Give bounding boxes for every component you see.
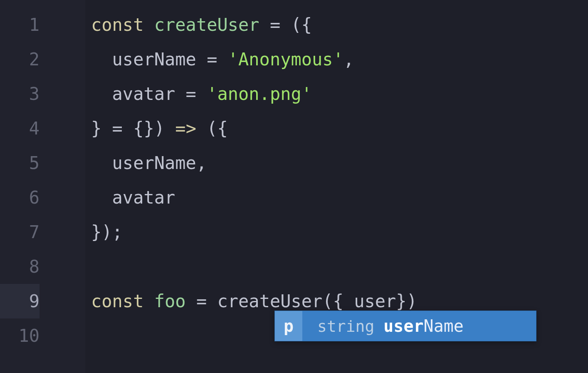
- prop-avatar: avatar: [112, 187, 175, 208]
- string-literal: 'Anonymous': [228, 49, 343, 70]
- suggestion-kind-icon: p: [275, 311, 302, 341]
- suggestion-type: string: [317, 317, 374, 336]
- param-userName: userName: [112, 49, 196, 70]
- line-number: 5: [0, 146, 40, 180]
- code-line[interactable]: userName,: [85, 146, 588, 180]
- code-line[interactable]: avatar: [85, 180, 588, 215]
- identifier-createUser: createUser: [154, 15, 259, 35]
- line-number-active: 9: [0, 284, 40, 318]
- code-line[interactable]: });: [85, 215, 588, 249]
- line-number: 1: [0, 7, 40, 42]
- code-line-empty[interactable]: [85, 249, 588, 284]
- identifier-foo: foo: [154, 291, 186, 311]
- line-number: 10: [0, 318, 40, 353]
- arrow-operator: =>: [175, 118, 196, 139]
- line-number: 3: [0, 77, 40, 111]
- keyword-const: const: [91, 15, 143, 35]
- code-editor[interactable]: 1 2 3 4 5 6 7 8 9 10 const createUser = …: [0, 0, 588, 373]
- autocomplete-popup[interactable]: p string userName: [274, 311, 536, 341]
- code-line[interactable]: avatar = 'anon.png': [85, 77, 588, 111]
- line-number: 8: [0, 249, 40, 284]
- code-line[interactable]: userName = 'Anonymous',: [85, 42, 588, 77]
- string-literal: 'anon.png': [207, 84, 312, 104]
- suggestion-item[interactable]: string userName: [302, 316, 464, 336]
- suggestion-label: userName: [383, 316, 464, 336]
- prop-userName: userName: [112, 153, 196, 173]
- line-number: 7: [0, 215, 40, 249]
- line-number: 2: [0, 42, 40, 77]
- line-number-gutter: 1 2 3 4 5 6 7 8 9 10: [0, 0, 85, 373]
- code-line[interactable]: } = {}) => ({: [85, 111, 588, 146]
- call-createUser: createUser: [217, 291, 322, 311]
- keyword-const: const: [91, 291, 143, 311]
- line-number: 4: [0, 111, 40, 146]
- code-line[interactable]: const createUser = ({: [85, 7, 588, 42]
- param-avatar: avatar: [112, 84, 175, 104]
- line-number: 6: [0, 180, 40, 215]
